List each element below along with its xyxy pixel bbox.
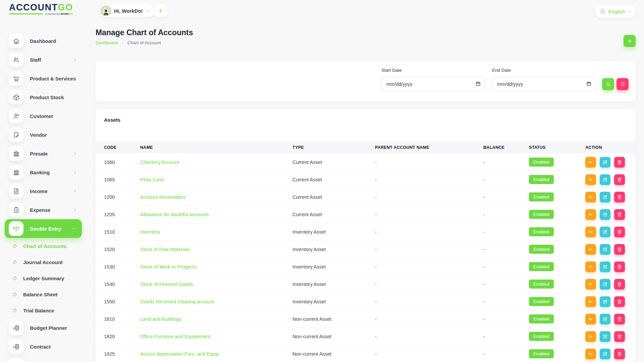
delete-button[interactable] bbox=[614, 279, 625, 290]
sidebar-item-income[interactable]: Income bbox=[0, 182, 88, 200]
delete-button[interactable] bbox=[614, 331, 625, 342]
topbar: ACCOUNTGO Powered By WORKDO Hi, WorkDo! … bbox=[0, 0, 644, 20]
edit-button[interactable] bbox=[600, 157, 610, 168]
edit-button[interactable] bbox=[600, 192, 610, 202]
sidebar-item-budget-planner[interactable]: Budget Planner bbox=[0, 318, 88, 337]
activity-button[interactable] bbox=[585, 244, 596, 255]
account-name-link[interactable]: Account Receivables bbox=[140, 194, 185, 200]
sidebar-item-double-entry[interactable]: Double Entry bbox=[5, 219, 82, 238]
page-title: Manage Chart of Accounts bbox=[96, 28, 636, 37]
user-plus-icon bbox=[13, 113, 20, 120]
account-balance: - bbox=[483, 316, 529, 322]
edit-button[interactable] bbox=[600, 331, 610, 342]
sidebar-item-label: Staff bbox=[30, 57, 41, 63]
account-type: Non-current Asset bbox=[292, 334, 375, 339]
logo-text-primary: ACCOUNT bbox=[9, 2, 58, 12]
status-badge: Enabled bbox=[529, 227, 554, 236]
account-name-link[interactable]: Stock of Finished Goods bbox=[140, 282, 193, 287]
sidebar-item-staff[interactable]: Staff bbox=[0, 50, 88, 69]
column-header-code: CODE bbox=[104, 145, 140, 150]
breadcrumb-dashboard-link[interactable]: Dashboard bbox=[96, 40, 118, 45]
sidebar-item-vendor[interactable]: Vendor bbox=[0, 125, 88, 144]
end-date-input[interactable] bbox=[492, 76, 596, 92]
status-badge: Enabled bbox=[529, 280, 554, 289]
sidebar-item-contract[interactable]: Contract bbox=[0, 337, 88, 356]
edit-button[interactable] bbox=[600, 349, 610, 359]
edit-icon bbox=[602, 212, 608, 217]
edit-button[interactable] bbox=[600, 296, 610, 307]
sidebar-item-dashboard[interactable]: Dashboard bbox=[0, 32, 88, 50]
sidebar-item-product-stock[interactable]: Product Stock bbox=[0, 88, 88, 107]
account-name-link[interactable]: Goods Received Clearing account bbox=[140, 299, 214, 304]
user-menu[interactable]: Hi, WorkDo! bbox=[99, 4, 154, 17]
edit-button[interactable] bbox=[600, 261, 610, 272]
quick-add-button[interactable] bbox=[154, 4, 167, 17]
activity-button[interactable] bbox=[585, 314, 596, 324]
account-name-link[interactable]: Accum.depreciation-Furn. and Equip bbox=[140, 351, 219, 357]
trash-icon bbox=[617, 177, 622, 182]
sidebar-subitem-label: Journal Account bbox=[23, 259, 63, 265]
sidebar-subitem-journal-account[interactable]: Journal Account bbox=[0, 254, 88, 270]
delete-button[interactable] bbox=[614, 192, 625, 202]
sidebar-subitem-trial-balance[interactable]: Trial Balance bbox=[0, 302, 88, 318]
brand-logo[interactable]: ACCOUNTGO Powered By WORKDO bbox=[9, 3, 73, 15]
edit-button[interactable] bbox=[600, 209, 610, 220]
sidebar-subitem-ledger-summary[interactable]: Ledger Summary bbox=[0, 270, 88, 286]
activity-button[interactable] bbox=[585, 349, 596, 359]
account-code: 1200 bbox=[104, 194, 140, 200]
sidebar-item-label: Vendor bbox=[30, 132, 47, 138]
edit-button[interactable] bbox=[600, 314, 610, 324]
edit-button[interactable] bbox=[600, 279, 610, 290]
trash-icon bbox=[617, 334, 622, 339]
account-name-link[interactable]: Checking Account bbox=[140, 160, 179, 165]
sidebar-item-banking[interactable]: Banking bbox=[0, 163, 88, 182]
trash-icon bbox=[617, 160, 622, 165]
delete-button[interactable] bbox=[614, 157, 625, 168]
sidebar-subitem-balance-sheet[interactable]: Balance Sheet bbox=[0, 286, 88, 302]
sidebar-item-product-services[interactable]: Product & Services bbox=[0, 69, 88, 88]
delete-button[interactable] bbox=[614, 349, 625, 359]
delete-button[interactable] bbox=[614, 244, 625, 255]
sidebar-item-partial[interactable] bbox=[0, 356, 88, 362]
edit-button[interactable] bbox=[600, 174, 610, 185]
activity-button[interactable] bbox=[585, 192, 596, 202]
logo-text-accent: GO bbox=[58, 2, 73, 12]
activity-button[interactable] bbox=[585, 174, 596, 185]
parent-account-name: - bbox=[375, 229, 483, 235]
delete-button[interactable] bbox=[614, 261, 625, 272]
sidebar-item-expense[interactable]: Expense bbox=[0, 200, 88, 219]
activity-button[interactable] bbox=[585, 296, 596, 307]
activity-button[interactable] bbox=[585, 227, 596, 237]
delete-button[interactable] bbox=[614, 174, 625, 185]
sidebar-item-presale[interactable]: Presale bbox=[0, 144, 88, 163]
delete-button[interactable] bbox=[614, 314, 625, 324]
account-name-link[interactable]: Stock of Work In Progress bbox=[140, 264, 197, 269]
search-button[interactable] bbox=[602, 78, 614, 90]
language-selector[interactable]: English bbox=[595, 5, 636, 18]
reset-button[interactable] bbox=[616, 78, 629, 90]
activity-button[interactable] bbox=[585, 279, 596, 290]
account-name-link[interactable]: Office Furniture and Equipement bbox=[140, 334, 210, 339]
delete-button[interactable] bbox=[614, 227, 625, 237]
chevron-right-icon bbox=[73, 208, 77, 212]
sidebar-subitem-chart-of-accounts[interactable]: Chart of Accounts bbox=[0, 238, 88, 254]
delete-button[interactable] bbox=[614, 296, 625, 307]
activity-button[interactable] bbox=[585, 261, 596, 272]
account-code: 1825 bbox=[104, 351, 140, 357]
start-date-input[interactable] bbox=[381, 76, 485, 92]
create-account-button[interactable] bbox=[624, 35, 636, 47]
sidebar-item-customer[interactable]: Customer bbox=[0, 107, 88, 125]
edit-button[interactable] bbox=[600, 227, 610, 237]
account-name-link[interactable]: Petty Cash bbox=[140, 177, 164, 182]
activity-button[interactable] bbox=[585, 331, 596, 342]
activity-button[interactable] bbox=[585, 209, 596, 220]
account-name-link[interactable]: Land and Buildings bbox=[140, 316, 181, 322]
activity-button[interactable] bbox=[585, 157, 596, 168]
delete-button[interactable] bbox=[614, 209, 625, 220]
account-name-link[interactable]: Inventory bbox=[140, 229, 160, 235]
account-name-link[interactable]: Allowance for doubtful accounts bbox=[140, 212, 209, 217]
wave-icon bbox=[588, 212, 593, 217]
edit-button[interactable] bbox=[600, 244, 610, 255]
logo-tagline: Powered By WORKDO bbox=[45, 12, 73, 15]
account-name-link[interactable]: Stock of Raw Materials bbox=[140, 247, 190, 252]
